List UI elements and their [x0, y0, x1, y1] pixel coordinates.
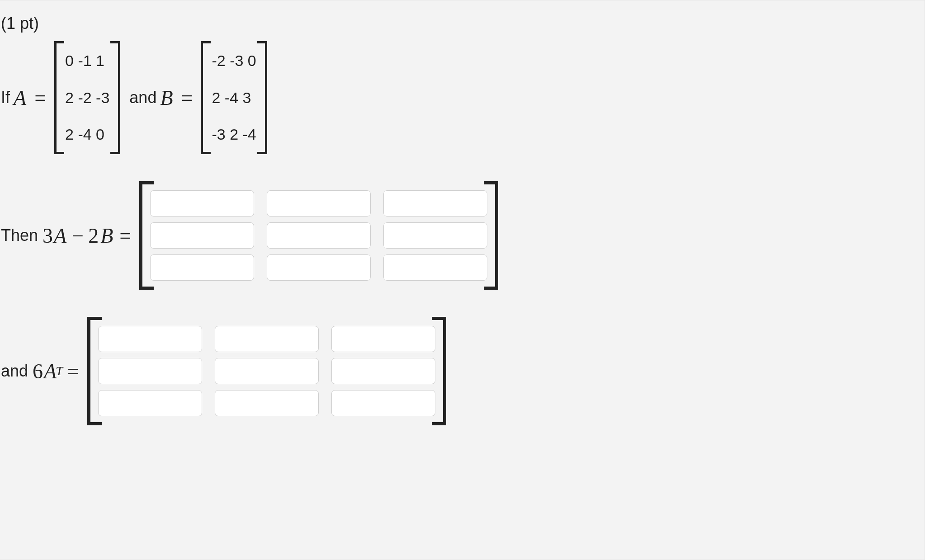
problem-container: (1 pt) If A = 0 -1 1 2 -2 -3 2 -4 0 and …	[0, 0, 925, 560]
bracket-right-icon	[492, 181, 502, 290]
equals-4: =	[63, 359, 84, 383]
answer-matrix-2-row-2	[98, 355, 435, 387]
equals-1: =	[30, 86, 51, 110]
answer-matrix-1-row-2	[150, 220, 487, 251]
answer-matrix-1-row-1	[150, 188, 487, 219]
answer-m1-r2-c1[interactable]	[150, 222, 254, 249]
answer-m2-r3-c1[interactable]	[98, 390, 202, 416]
answer-m2-r3-c3[interactable]	[331, 390, 435, 416]
answer-m1-r1-c2[interactable]	[267, 190, 371, 216]
matrix-B-row-3: -3 2 -4	[211, 123, 257, 146]
transpose-superscript: T	[56, 364, 63, 378]
minus: −	[67, 224, 88, 248]
then-label: Then	[1, 226, 38, 245]
var-B-2: B	[99, 224, 115, 248]
answer-m1-r1-c3[interactable]	[383, 190, 487, 216]
bracket-left-icon	[197, 41, 205, 154]
answer-m1-r2-c3[interactable]	[383, 222, 487, 249]
coef-6: 6	[33, 359, 43, 383]
answer-matrix-1-row-3	[150, 252, 487, 283]
coef-2: 2	[88, 224, 99, 248]
var-B: B	[156, 86, 176, 110]
matrix-B-row-1: -2 -3 0	[211, 49, 257, 72]
matrix-B-row-2: 2 -4 3	[211, 86, 257, 109]
answer-m1-r3-c1[interactable]	[150, 254, 254, 281]
answer-matrix-2	[84, 317, 450, 425]
bracket-right-icon	[263, 41, 271, 154]
coef-3: 3	[42, 224, 53, 248]
matrix-A-row-3: 2 -4 0	[64, 123, 110, 146]
bracket-left-icon	[51, 41, 59, 154]
answer-matrix-1	[136, 181, 502, 290]
var-A: A	[10, 86, 30, 110]
answer-m2-r2-c1[interactable]	[98, 358, 202, 384]
and-label-1: and	[124, 88, 156, 107]
answer-m1-r3-c2[interactable]	[267, 254, 371, 281]
matrix-A: 0 -1 1 2 -2 -3 2 -4 0	[51, 41, 124, 154]
answer-m1-r1-c1[interactable]	[150, 190, 254, 216]
bracket-left-icon	[136, 181, 146, 290]
expression-1-line: Then 3 A − 2 B =	[0, 181, 925, 290]
answer-m2-r1-c1[interactable]	[98, 326, 202, 352]
bracket-right-icon	[116, 41, 124, 154]
answer-m2-r2-c2[interactable]	[215, 358, 319, 384]
bracket-left-icon	[84, 317, 94, 425]
answer-matrix-2-row-3	[98, 387, 435, 419]
answer-m1-r2-c2[interactable]	[267, 222, 371, 249]
expression-2-line: and 6 A T =	[0, 317, 925, 425]
var-A-2: A	[53, 224, 67, 248]
answer-m2-r2-c3[interactable]	[331, 358, 435, 384]
given-matrices-line: If A = 0 -1 1 2 -2 -3 2 -4 0 and B = -2 …	[0, 41, 925, 154]
matrix-A-row-1: 0 -1 1	[64, 49, 110, 72]
answer-m2-r1-c3[interactable]	[331, 326, 435, 352]
answer-m2-r1-c2[interactable]	[215, 326, 319, 352]
answer-matrix-2-row-1	[98, 323, 435, 355]
if-label: If	[1, 88, 10, 107]
equals-2: =	[177, 86, 198, 110]
equals-3: =	[115, 224, 136, 248]
matrix-B: -2 -3 0 2 -4 3 -3 2 -4	[197, 41, 270, 154]
and-label-2: and	[1, 362, 28, 381]
matrix-A-row-2: 2 -2 -3	[64, 86, 110, 109]
points-label: (1 pt)	[0, 14, 925, 33]
bracket-right-icon	[440, 317, 450, 425]
answer-m1-r3-c3[interactable]	[383, 254, 487, 281]
answer-m2-r3-c2[interactable]	[215, 390, 319, 416]
